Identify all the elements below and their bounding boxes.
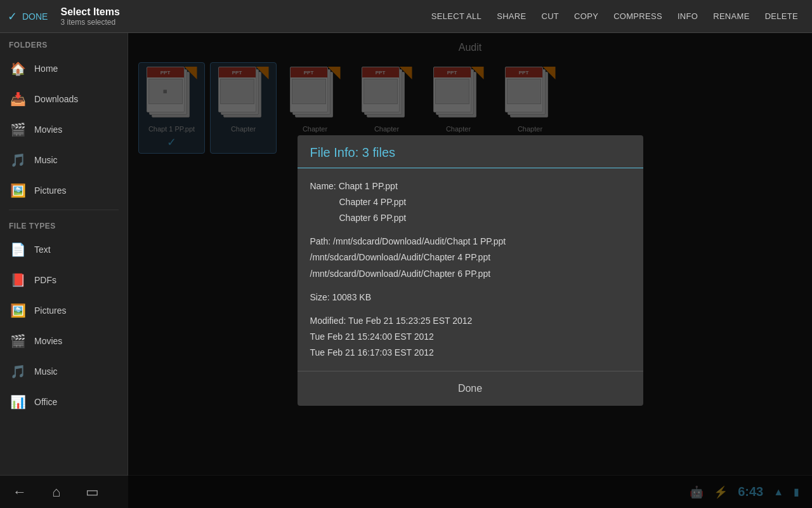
toolbar-actions: SELECT ALL SHARE CUT COPY COMPRESS INFO … [425, 8, 804, 25]
sidebar-label-movies-type: Movies [34, 336, 62, 346]
dialog-title: File Info: 3 files [310, 145, 396, 159]
sidebar-item-movies-type[interactable]: 🎬 Movies [0, 326, 128, 356]
dialog-name-0: Chapt 1 PP.ppt [339, 181, 398, 191]
file-info-dialog: File Info: 3 files Name: Chapt 1 PP.ppt … [298, 135, 643, 406]
dialog-name-label: Name: [310, 181, 339, 191]
copy-button[interactable]: COPY [568, 8, 605, 25]
delete-button[interactable]: DELETE [759, 8, 804, 25]
pictures-type-icon: 🖼️ [9, 302, 27, 319]
select-all-button[interactable]: SELECT ALL [425, 8, 488, 25]
recents-button[interactable]: ▭ [86, 484, 99, 500]
dialog-body: Name: Chapt 1 PP.ppt Chapter 4 PP.ppt Ch… [298, 168, 643, 371]
movies-type-icon: 🎬 [9, 332, 27, 350]
compress-button[interactable]: COMPRESS [607, 8, 669, 25]
sidebar-label-pdfs: PDFs [34, 275, 56, 285]
done-label: DONE [22, 11, 48, 22]
share-button[interactable]: SHARE [490, 8, 532, 25]
dialog-size-label: Size: [310, 292, 332, 302]
pdfs-icon: 📕 [9, 271, 27, 289]
pictures-icon: 🖼️ [9, 182, 27, 199]
folders-section-title: FOLDERS [0, 33, 128, 53]
check-icon: ✓ [8, 10, 17, 23]
dialog-size: 10083 KB [332, 292, 372, 302]
movies-icon: 🎬 [9, 121, 27, 138]
sidebar-item-home[interactable]: 🏠 Home [0, 53, 128, 84]
dialog-path-0: /mnt/sdcard/Download/Audit/Chapt 1 PP.pp… [333, 236, 506, 246]
sidebar-item-movies[interactable]: 🎬 Movies [0, 114, 128, 145]
sidebar-label-pictures: Pictures [34, 185, 67, 196]
sidebar-label-pictures-type: Pictures [34, 305, 67, 316]
music-icon: 🎵 [9, 151, 27, 169]
dialog-path-1: /mnt/sdcard/Download/Audit/Chapter 4 PP.… [310, 252, 491, 262]
dialog-footer: Done [298, 371, 643, 406]
office-icon: 📊 [9, 393, 27, 411]
dialog-name-1: Chapter 4 PP.ppt [339, 197, 407, 207]
sidebar: FOLDERS 🏠 Home 📥 Downloads 🎬 Movies 🎵 Mu… [0, 33, 128, 508]
text-icon: 📄 [9, 241, 27, 258]
dialog-modified-1: Tue Feb 21 15:24:00 EST 2012 [310, 331, 434, 342]
sidebar-item-downloads[interactable]: 📥 Downloads [0, 84, 128, 114]
sidebar-item-office[interactable]: 📊 Office [0, 387, 128, 417]
sidebar-item-pictures-type[interactable]: 🖼️ Pictures [0, 295, 128, 326]
main-content: FOLDERS 🏠 Home 📥 Downloads 🎬 Movies 🎵 Mu… [0, 33, 812, 508]
file-area: Audit PPT ▦ [128, 33, 812, 508]
dialog-path-2: /mnt/sdcard/Download/Audit/Chapter 6 PP.… [310, 269, 491, 279]
dialog-path-label: Path: [310, 236, 334, 246]
sidebar-item-text[interactable]: 📄 Text [0, 234, 128, 265]
home-button[interactable]: ⌂ [52, 484, 60, 500]
toolbar-main-title: Select Items [60, 6, 119, 18]
dialog-paths-row: Path: /mnt/sdcard/Download/Audit/Chapt 1… [310, 234, 631, 282]
sidebar-label-home: Home [34, 64, 58, 74]
dialog-modified-row: Modified: Tue Feb 21 15:23:25 EST 2012 T… [310, 313, 631, 361]
dialog-modified-label: Modified: [310, 316, 348, 326]
dialog-names-row: Name: Chapt 1 PP.ppt Chapter 4 PP.ppt Ch… [310, 178, 631, 227]
toolbar-title: Select Items 3 items selected [60, 6, 119, 27]
sidebar-item-music[interactable]: 🎵 Music [0, 145, 128, 175]
sidebar-item-pdfs[interactable]: 📕 PDFs [0, 265, 128, 295]
sidebar-item-pictures[interactable]: 🖼️ Pictures [0, 175, 128, 206]
toolbar: ✓ DONE Select Items 3 items selected SEL… [0, 0, 812, 33]
sidebar-label-movies: Movies [34, 124, 62, 135]
sidebar-label-text: Text [34, 244, 51, 255]
dialog-modified-2: Tue Feb 21 16:17:03 EST 2012 [310, 347, 434, 358]
home-icon: 🏠 [9, 60, 27, 77]
dialog-overlay: File Info: 3 files Name: Chapt 1 PP.ppt … [128, 33, 812, 508]
cut-button[interactable]: CUT [535, 8, 565, 25]
nav-left: ← ⌂ ▭ [13, 484, 99, 500]
sidebar-label-office: Office [34, 397, 57, 407]
sidebar-label-music: Music [34, 155, 58, 165]
dialog-done-button[interactable]: Done [433, 379, 508, 398]
music-type-icon: 🎵 [9, 363, 27, 380]
dialog-name-2: Chapter 6 PP.ppt [339, 213, 407, 223]
rename-button[interactable]: RENAME [707, 8, 756, 25]
dialog-size-row: Size: 10083 KB [310, 290, 631, 305]
sidebar-label-music-type: Music [34, 366, 58, 377]
info-button[interactable]: INFO [671, 8, 704, 25]
dialog-header: File Info: 3 files [298, 135, 643, 168]
downloads-icon: 📥 [9, 90, 27, 108]
toolbar-subtitle: 3 items selected [60, 18, 119, 27]
done-button[interactable]: ✓ DONE [8, 10, 48, 23]
sidebar-divider [9, 210, 119, 210]
sidebar-item-music-type[interactable]: 🎵 Music [0, 356, 128, 387]
filetypes-section-title: FILE TYPES [0, 214, 128, 234]
sidebar-label-downloads: Downloads [34, 94, 78, 104]
dialog-modified-0: Tue Feb 21 15:23:25 EST 2012 [348, 316, 472, 326]
back-button[interactable]: ← [13, 484, 27, 500]
